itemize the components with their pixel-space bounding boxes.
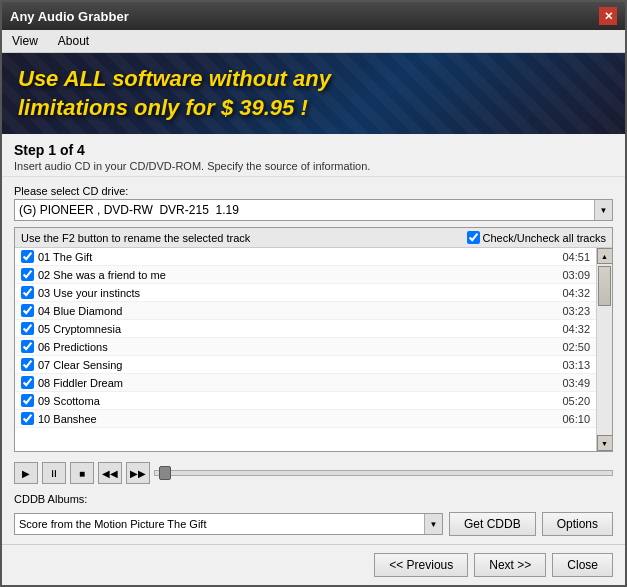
track-row[interactable]: 02 She was a friend to me 03:09 (15, 266, 596, 284)
check-all-checkbox[interactable] (467, 231, 480, 244)
track-checkbox[interactable] (21, 358, 34, 371)
track-row[interactable]: 08 Fiddler Dream 03:49 (15, 374, 596, 392)
menu-view[interactable]: View (6, 32, 44, 50)
cddb-label: CDDB Albums: (14, 493, 87, 505)
track-name: 08 Fiddler Dream (38, 377, 555, 389)
track-row[interactable]: 10 Banshee 06:10 (15, 410, 596, 428)
window-title: Any Audio Grabber (10, 9, 129, 24)
track-checkbox[interactable] (21, 340, 34, 353)
track-row[interactable]: 07 Clear Sensing 03:13 (15, 356, 596, 374)
play-button[interactable]: ▶ (14, 462, 38, 484)
previous-button[interactable]: << Previous (374, 553, 468, 577)
track-duration: 05:20 (555, 395, 590, 407)
stop-button[interactable]: ■ (70, 462, 94, 484)
cddb-full-row: ▼ Get CDDB Options (14, 512, 613, 536)
scroll-thumb[interactable] (598, 266, 611, 306)
bottom-buttons: << Previous Next >> Close (2, 544, 625, 585)
drive-label: Please select CD drive: (14, 185, 613, 197)
next-button[interactable]: Next >> (474, 553, 546, 577)
track-row[interactable]: 04 Blue Diamond 03:23 (15, 302, 596, 320)
scroll-down-button[interactable]: ▼ (597, 435, 613, 451)
close-window-button[interactable]: ✕ (599, 7, 617, 25)
get-cddb-button[interactable]: Get CDDB (449, 512, 536, 536)
drive-section: Please select CD drive: ▼ (14, 185, 613, 221)
track-duration: 03:09 (555, 269, 590, 281)
track-list-container: Use the F2 button to rename the selected… (14, 227, 613, 452)
track-name: 01 The Gift (38, 251, 555, 263)
options-button[interactable]: Options (542, 512, 613, 536)
scrollbar[interactable]: ▲ ▼ (596, 248, 612, 451)
track-name: 04 Blue Diamond (38, 305, 555, 317)
pause-button[interactable]: ⏸ (42, 462, 66, 484)
forward-button[interactable]: ▶▶ (126, 462, 150, 484)
track-name: 10 Banshee (38, 413, 555, 425)
track-row[interactable]: 03 Use your instincts 04:32 (15, 284, 596, 302)
scroll-up-button[interactable]: ▲ (597, 248, 613, 264)
track-duration: 03:13 (555, 359, 590, 371)
track-duration: 06:10 (555, 413, 590, 425)
progress-bar[interactable] (154, 470, 613, 476)
track-duration: 04:32 (555, 323, 590, 335)
track-name: 05 Cryptomnesia (38, 323, 555, 335)
promo-banner: Use ALL software without any limitations… (2, 53, 625, 134)
track-name: 03 Use your instincts (38, 287, 555, 299)
drive-dropdown-button[interactable]: ▼ (594, 200, 612, 220)
step-description: Insert audio CD in your CD/DVD-ROM. Spec… (14, 160, 613, 172)
cddb-label-row: CDDB Albums: (14, 492, 613, 506)
track-row[interactable]: 09 Scottoma 05:20 (15, 392, 596, 410)
track-duration: 04:51 (555, 251, 590, 263)
track-duration: 02:50 (555, 341, 590, 353)
track-checkbox[interactable] (21, 394, 34, 407)
track-name: 06 Predictions (38, 341, 555, 353)
track-row[interactable]: 05 Cryptomnesia 04:32 (15, 320, 596, 338)
player-area: ▶ ⏸ ■ ◀◀ ▶▶ (14, 458, 613, 486)
track-checkbox[interactable] (21, 268, 34, 281)
track-checkbox[interactable] (21, 304, 34, 317)
check-all-label[interactable]: Check/Uncheck all tracks (467, 231, 607, 244)
cddb-input[interactable] (15, 516, 424, 532)
track-row[interactable]: 01 The Gift 04:51 (15, 248, 596, 266)
banner-text: Use ALL software without any limitations… (18, 65, 331, 122)
drive-input[interactable] (15, 201, 594, 219)
main-window: Any Audio Grabber ✕ View About Use ALL s… (0, 0, 627, 587)
track-name: 07 Clear Sensing (38, 359, 555, 371)
track-duration: 04:32 (555, 287, 590, 299)
track-row[interactable]: 06 Predictions 02:50 (15, 338, 596, 356)
track-duration: 03:23 (555, 305, 590, 317)
progress-thumb[interactable] (159, 466, 171, 480)
track-list-scroll: 01 The Gift 04:51 02 She was a friend to… (15, 248, 612, 451)
step-title: Step 1 of 4 (14, 142, 613, 158)
scroll-track[interactable] (597, 264, 612, 435)
track-name: 09 Scottoma (38, 395, 555, 407)
track-checkbox[interactable] (21, 250, 34, 263)
title-bar: Any Audio Grabber ✕ (2, 2, 625, 30)
drive-select-row: ▼ (14, 199, 613, 221)
track-name: 02 She was a friend to me (38, 269, 555, 281)
cddb-dropdown-button[interactable]: ▼ (424, 514, 442, 534)
close-button[interactable]: Close (552, 553, 613, 577)
drive-combo[interactable]: ▼ (14, 199, 613, 221)
track-list-header: Use the F2 button to rename the selected… (15, 228, 612, 248)
track-checkbox[interactable] (21, 286, 34, 299)
f2-hint: Use the F2 button to rename the selected… (21, 232, 250, 244)
rewind-button[interactable]: ◀◀ (98, 462, 122, 484)
track-duration: 03:49 (555, 377, 590, 389)
menu-about[interactable]: About (52, 32, 95, 50)
menu-bar: View About (2, 30, 625, 53)
track-checkbox[interactable] (21, 322, 34, 335)
track-checkbox[interactable] (21, 412, 34, 425)
step-area: Step 1 of 4 Insert audio CD in your CD/D… (2, 134, 625, 177)
track-checkbox[interactable] (21, 376, 34, 389)
content-area: Please select CD drive: ▼ Use the F2 but… (2, 177, 625, 544)
cddb-combo[interactable]: ▼ (14, 513, 443, 535)
tracks-container: 01 The Gift 04:51 02 She was a friend to… (15, 248, 596, 451)
